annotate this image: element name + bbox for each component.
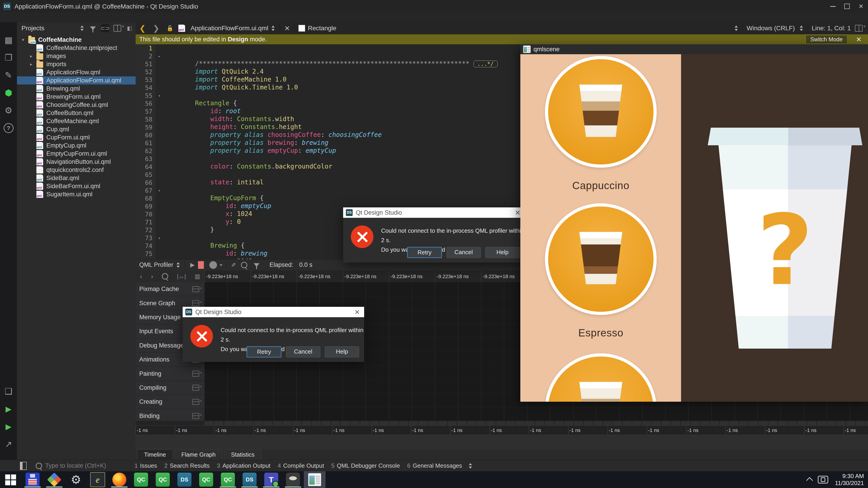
- project-tree-item[interactable]: BrewingForm.ui.qml: [17, 93, 135, 101]
- expand-arrow-icon[interactable]: [30, 61, 36, 67]
- fold-marker-icon[interactable]: [156, 236, 163, 240]
- profiler-category-row[interactable]: Painting: [135, 367, 205, 381]
- rail-run-icon[interactable]: ▶: [0, 418, 17, 435]
- profiler-view-spinner[interactable]: [177, 261, 180, 269]
- rail-mode-icon[interactable]: ?: [0, 119, 17, 137]
- project-tree-item[interactable]: CupForm.ui.qml: [17, 133, 135, 141]
- fold-marker-icon[interactable]: [156, 54, 163, 59]
- dialog-titlebar[interactable]: DS Qt Design Studio ✕: [343, 207, 525, 218]
- taskbar-app-icon[interactable]: [108, 471, 130, 488]
- output-pane-button[interactable]: 6General Messages: [407, 462, 462, 469]
- output-pane-button[interactable]: 3Application Output: [217, 462, 270, 469]
- project-tree-item[interactable]: imports: [17, 60, 135, 68]
- project-tree-item[interactable]: images: [17, 52, 135, 60]
- rail-run-icon[interactable]: ❑: [0, 383, 17, 400]
- project-tree-item[interactable]: CoffeeButton.qml: [17, 109, 135, 117]
- filter-events-icon[interactable]: [254, 263, 259, 267]
- taskbar-app-icon[interactable]: DS: [239, 471, 260, 488]
- fold-marker-icon[interactable]: [156, 188, 163, 193]
- dialog-close-icon[interactable]: ✕: [515, 209, 521, 217]
- rail-mode-icon[interactable]: ✎: [0, 66, 17, 84]
- split-panel-icon[interactable]: [113, 24, 121, 32]
- project-tree-item[interactable]: qtquickcontrols2.conf: [17, 166, 135, 174]
- coffee-button-circle[interactable]: [545, 353, 657, 402]
- project-tree-item[interactable]: Brewing.qml: [17, 85, 135, 93]
- taskbar-app-icon[interactable]: [0, 471, 22, 488]
- color-picker-icon[interactable]: ✎: [230, 263, 237, 267]
- encoding-spinner[interactable]: [735, 24, 738, 33]
- taskbar-app-icon[interactable]: [22, 471, 43, 488]
- cancel-button[interactable]: Cancel: [446, 247, 481, 258]
- cancel-button[interactable]: Cancel: [286, 346, 320, 357]
- expand-category-icon[interactable]: [192, 300, 199, 306]
- recording-icon[interactable]: [198, 261, 204, 269]
- profiler-tab[interactable]: Timeline: [137, 449, 173, 460]
- locator-field[interactable]: Type to locate (Ctrl+K): [36, 462, 122, 469]
- project-tree-item[interactable]: ApplicationFlow.qml: [17, 68, 135, 76]
- open-document-name[interactable]: ApplicationFlowForm.ui.qml: [191, 25, 268, 32]
- panel-selector-spinner[interactable]: [81, 24, 84, 33]
- retry-button[interactable]: Retry: [247, 346, 281, 357]
- dismiss-infobar-icon[interactable]: ✕: [853, 35, 864, 43]
- taskbar-app-icon[interactable]: T: [260, 471, 282, 488]
- taskbar-app-icon[interactable]: QC: [130, 471, 152, 488]
- profiler-category-row[interactable]: Creating: [135, 395, 205, 409]
- filter-icon[interactable]: [89, 24, 97, 32]
- project-tree-item[interactable]: SideBar.qml: [17, 174, 135, 182]
- taskbar-app-icon[interactable]: QC: [152, 471, 174, 488]
- fit-window-icon[interactable]: |↔|: [177, 273, 186, 280]
- taskbar-app-icon[interactable]: e: [87, 471, 108, 488]
- next-event-icon[interactable]: ›: [151, 272, 153, 280]
- rail-mode-icon[interactable]: ⚙: [0, 102, 17, 119]
- expand-category-icon[interactable]: [192, 385, 199, 391]
- encoding-label[interactable]: Windows (CRLF): [747, 25, 795, 32]
- close-document-icon[interactable]: ✕: [282, 24, 293, 32]
- help-button[interactable]: Help: [485, 247, 520, 258]
- split-editor-icon[interactable]: [855, 25, 863, 32]
- coffee-button-circle[interactable]: [545, 56, 657, 168]
- close-panel-icon[interactable]: ◧: [125, 24, 133, 32]
- rail-run-icon[interactable]: ↗: [0, 435, 17, 453]
- taskbar-app-icon[interactable]: [43, 471, 65, 488]
- timeline-overview-strip[interactable]: [205, 421, 868, 425]
- expand-category-icon[interactable]: [192, 371, 199, 377]
- expand-arrow-icon[interactable]: [30, 53, 36, 59]
- rail-mode-icon[interactable]: ❐: [0, 49, 17, 66]
- output-pane-button[interactable]: 1Issues: [134, 462, 157, 469]
- taskbar-app-icon[interactable]: [304, 471, 326, 488]
- forward-icon[interactable]: ❯: [149, 24, 163, 33]
- profiler-tab[interactable]: Flame Graph: [174, 449, 223, 460]
- minimize-button[interactable]: [826, 0, 840, 13]
- project-tree-item[interactable]: CoffeeMachine: [17, 36, 135, 44]
- cursor-position-label[interactable]: Line: 1, Col: 1: [812, 25, 851, 32]
- record-options-arrow[interactable]: [220, 264, 222, 267]
- coffee-option[interactable]: [545, 353, 657, 402]
- sync-with-editor-icon[interactable]: ⊂⊃: [101, 24, 109, 32]
- record-toggle-icon[interactable]: [209, 261, 217, 269]
- start-profiling-icon[interactable]: ▶: [190, 261, 195, 268]
- lineending-spinner[interactable]: [800, 24, 803, 33]
- coffee-button-circle[interactable]: [545, 203, 657, 315]
- dialog-close-icon[interactable]: ✕: [354, 308, 360, 316]
- project-tree-item[interactable]: CoffeeMachine.qml: [17, 117, 135, 125]
- taskbar-app-icon[interactable]: [282, 471, 304, 488]
- coffee-option[interactable]: Espresso: [545, 203, 657, 339]
- document-selector-spinner[interactable]: [272, 24, 275, 33]
- output-pane-spinner[interactable]: [469, 462, 472, 470]
- project-tree-item[interactable]: NavigationButton.ui.qml: [17, 158, 135, 166]
- taskbar-clock[interactable]: 9:30 AM 11/30/2021: [835, 473, 864, 487]
- project-tree-item[interactable]: ApplicationFlowForm.ui.qml: [17, 76, 135, 85]
- zoom-timeline-icon[interactable]: [162, 273, 168, 280]
- maximize-button[interactable]: [840, 0, 854, 13]
- camera-icon[interactable]: [818, 476, 828, 484]
- taskbar-app-icon[interactable]: DS: [174, 471, 195, 488]
- back-icon[interactable]: ❮: [135, 24, 149, 33]
- rail-mode-icon[interactable]: ⬢: [0, 84, 17, 102]
- retry-button[interactable]: Retry: [407, 247, 442, 258]
- coffee-option[interactable]: Cappuccino: [545, 56, 657, 192]
- switch-mode-button[interactable]: Switch Mode: [806, 35, 847, 44]
- dialog-titlebar[interactable]: DS Qt Design Studio ✕: [183, 307, 364, 317]
- help-button[interactable]: Help: [325, 346, 359, 357]
- output-pane-button[interactable]: 4Compile Output: [278, 462, 324, 469]
- taskbar-app-icon[interactable]: QC: [217, 471, 239, 488]
